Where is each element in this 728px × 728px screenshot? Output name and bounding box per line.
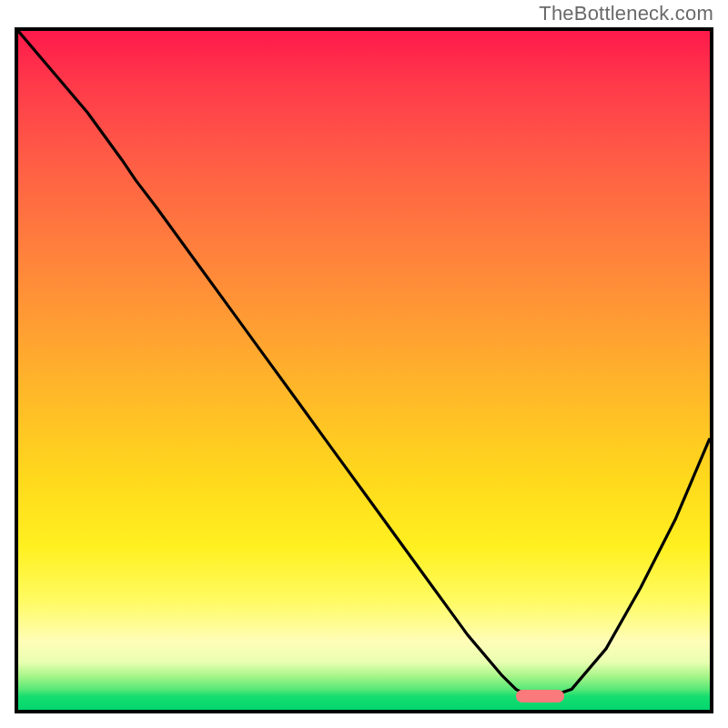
bottleneck-curve-path <box>18 31 710 696</box>
line-chart <box>18 31 710 710</box>
watermark-text: TheBottleneck.com <box>539 2 713 25</box>
optimum-range-marker <box>516 690 564 703</box>
chart-container: TheBottleneck.com <box>0 0 728 728</box>
plot-frame <box>15 27 713 713</box>
